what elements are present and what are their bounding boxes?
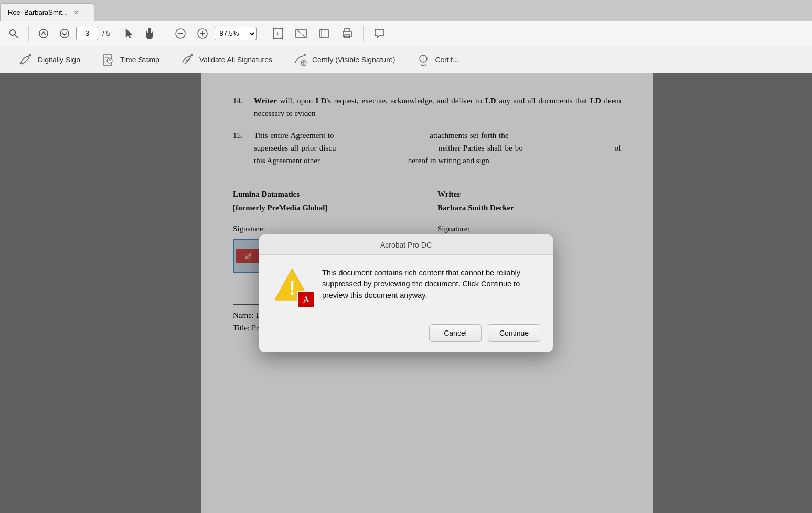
document-tab[interactable]: Roe_BarbaraSmit... × — [0, 3, 94, 21]
svg-line-1 — [15, 35, 18, 38]
svg-text:⤓: ⤓ — [276, 31, 280, 36]
separator3 — [165, 26, 165, 41]
validate-label: Validate All Signatures — [199, 56, 272, 64]
zoom-out-button[interactable] — [170, 25, 190, 42]
separator2 — [115, 26, 115, 41]
page-number-input[interactable]: 3 — [76, 27, 98, 40]
time-stamp-button[interactable]: Time Stamp — [91, 46, 170, 73]
tab-label: Roe_BarbaraSmit... — [8, 8, 68, 16]
prev-page-button[interactable] — [34, 25, 53, 42]
certify-button[interactable]: Certif... — [405, 46, 469, 73]
certify-visible-icon — [293, 54, 308, 66]
cursor-icon — [125, 28, 134, 39]
fullscreen-icon — [318, 27, 330, 40]
plus-circle-icon — [197, 28, 208, 39]
separator5 — [363, 26, 364, 41]
certify-icon — [416, 54, 431, 66]
digitally-sign-button[interactable]: Digitally Sign — [8, 46, 91, 73]
dialog-icon: ! A — [274, 268, 312, 305]
certify-visible-label: Certify (Visible Signature) — [312, 56, 395, 64]
arrow-down-icon — [59, 28, 70, 39]
separator — [28, 26, 29, 41]
next-page-button[interactable] — [55, 25, 74, 42]
svg-text:!: ! — [289, 277, 295, 299]
hand-tool-button[interactable] — [141, 25, 159, 42]
comment-icon — [373, 27, 386, 40]
search-button[interactable] — [4, 25, 23, 42]
select-tool-button[interactable] — [121, 25, 138, 42]
clock-document-icon — [101, 54, 116, 66]
svg-point-24 — [304, 54, 306, 56]
cancel-button[interactable]: Cancel — [429, 324, 482, 342]
pen-signature-icon — [19, 54, 34, 66]
signature-toolbar: Digitally Sign Time Stamp Validate All S… — [0, 46, 812, 73]
svg-line-12 — [296, 29, 306, 38]
validate-signatures-button[interactable]: Validate All Signatures — [170, 46, 283, 73]
dialog-body: ! A This document contains rich content … — [259, 255, 553, 318]
document-area: 14. Writer will, upon LD's request, exec… — [0, 73, 812, 513]
svg-point-17 — [29, 54, 31, 56]
zoom-select[interactable]: 87.5% 50% 75% 100% 125% 150% 200% — [215, 27, 257, 40]
fit-page-button[interactable]: ⤓ — [268, 25, 289, 42]
main-toolbar: 3 / 5 87.5% 50% 75% 100% 125% 150% 200% — [0, 21, 812, 46]
arrow-up-icon — [38, 28, 49, 39]
svg-rect-13 — [319, 30, 329, 37]
acrobat-dialog: Acrobat Pro DC ! A — [259, 234, 553, 352]
zoom-in-button[interactable] — [193, 25, 212, 42]
svg-point-3 — [60, 29, 69, 38]
fit-width-button[interactable] — [291, 25, 312, 42]
dialog-message: This document contains rich content that… — [322, 268, 538, 302]
certify-visible-button[interactable]: Certify (Visible Signature) — [283, 46, 405, 73]
fit-width-icon — [295, 27, 307, 40]
print-icon — [341, 27, 354, 40]
full-screen-button[interactable] — [314, 25, 335, 42]
comment-button[interactable] — [369, 25, 390, 42]
dialog-overlay: Acrobat Pro DC ! A — [0, 73, 812, 513]
tab-close-button[interactable]: × — [74, 8, 78, 17]
validate-icon — [180, 54, 195, 66]
digitally-sign-label: Digitally Sign — [38, 56, 80, 64]
separator4 — [262, 26, 262, 41]
print-button[interactable] — [337, 25, 358, 42]
svg-rect-16 — [345, 35, 350, 38]
fit-page-icon: ⤓ — [272, 27, 284, 40]
page-total-label: / 5 — [102, 29, 110, 37]
time-stamp-label: Time Stamp — [120, 56, 159, 64]
minus-circle-icon — [175, 28, 186, 39]
svg-point-2 — [39, 29, 48, 38]
dialog-buttons: Cancel Continue — [259, 318, 553, 352]
search-icon — [8, 28, 19, 39]
continue-button[interactable]: Continue — [488, 324, 540, 342]
certify-label: Certif... — [435, 56, 458, 64]
acrobat-logo-icon: A — [297, 291, 315, 308]
dialog-title: Acrobat Pro DC — [259, 234, 553, 255]
svg-point-23 — [191, 54, 193, 56]
hand-icon — [145, 28, 155, 39]
tab-bar: Roe_BarbaraSmit... × — [0, 0, 812, 21]
